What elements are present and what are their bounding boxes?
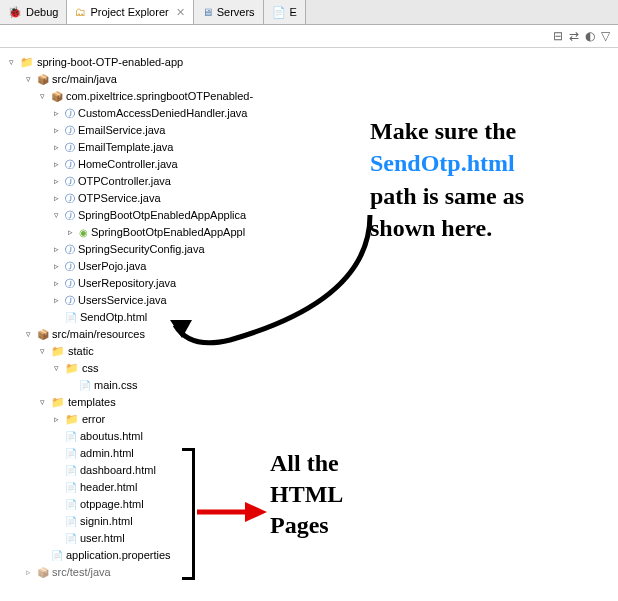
folder-icon: 📁 xyxy=(65,411,79,428)
java-class[interactable]: ▹◉SpringBootOtpEnabledAppAppl xyxy=(6,224,618,241)
html-icon: 📄 xyxy=(65,428,77,445)
text: Pages xyxy=(270,510,343,541)
src-main-resources[interactable]: ▿📦src/main/resources xyxy=(6,326,618,343)
html-icon: 📄 xyxy=(65,530,77,547)
label: src/test/java xyxy=(52,564,111,581)
tab-bar: 🐞 Debug 🗂 Project Explorer ✕ 🖥 Servers 📄… xyxy=(0,0,618,25)
package-icon: 📦 xyxy=(51,88,63,105)
java-icon: Ⓙ xyxy=(65,139,75,156)
css-icon: 📄 xyxy=(79,377,91,394)
label: UserPojo.java xyxy=(78,258,146,275)
html-file[interactable]: 📄aboutus.html xyxy=(6,428,618,445)
label: signin.html xyxy=(80,513,133,530)
css-folder[interactable]: ▿📁css xyxy=(6,360,618,377)
close-icon[interactable]: ✕ xyxy=(176,6,185,19)
html-icon: 📄 xyxy=(65,309,77,326)
css-file[interactable]: 📄main.css xyxy=(6,377,618,394)
source-folder-icon: 📦 xyxy=(37,326,49,343)
link-editor-icon[interactable]: ⇄ xyxy=(569,29,579,43)
server-icon: 🖥 xyxy=(202,6,213,18)
error-folder[interactable]: ▹📁error xyxy=(6,411,618,428)
icon: 📄 xyxy=(272,6,286,19)
spring-class-icon: ◉ xyxy=(79,224,88,241)
folder-icon: 📁 xyxy=(51,343,65,360)
java-file[interactable]: ▹ⒿOTPController.java xyxy=(6,173,618,190)
java-file[interactable]: ▹ⒿSpringSecurityConfig.java xyxy=(6,241,618,258)
java-file[interactable]: ▹ⒿCustomAccessDeniedHandler.java xyxy=(6,105,618,122)
java-file[interactable]: ▹ⒿUserRepository.java xyxy=(6,275,618,292)
html-icon: 📄 xyxy=(65,462,77,479)
text: path is same as xyxy=(370,180,524,212)
text: Make sure the xyxy=(370,115,524,147)
label: OTPController.java xyxy=(78,173,171,190)
label: application.properties xyxy=(66,547,171,564)
java-icon: Ⓙ xyxy=(65,105,75,122)
src-main-java[interactable]: ▿📦src/main/java xyxy=(6,71,618,88)
source-folder-icon: 📦 xyxy=(37,71,49,88)
label: dashboard.html xyxy=(80,462,156,479)
folder-icon: 📁 xyxy=(65,360,79,377)
templates-folder[interactable]: ▿📁templates xyxy=(6,394,618,411)
label: SpringBootOtpEnabledAppAppl xyxy=(91,224,245,241)
label: otppage.html xyxy=(80,496,144,513)
tab-label: Debug xyxy=(26,6,58,18)
project-icon: 📁 xyxy=(20,54,34,71)
label: src/main/resources xyxy=(52,326,145,343)
properties-file[interactable]: 📄application.properties xyxy=(6,547,618,564)
label: css xyxy=(82,360,99,377)
label: templates xyxy=(68,394,116,411)
bracket-icon xyxy=(182,448,195,580)
bug-icon: 🐞 xyxy=(8,6,22,19)
highlight-text: SendOtp.html xyxy=(370,147,524,179)
java-file[interactable]: ▹ⒿUserPojo.java xyxy=(6,258,618,275)
label: CustomAccessDeniedHandler.java xyxy=(78,105,247,122)
java-file[interactable]: ▹ⒿUsersService.java xyxy=(6,292,618,309)
label: header.html xyxy=(80,479,137,496)
label: src/main/java xyxy=(52,71,117,88)
java-file[interactable]: ▹ⒿOTPService.java xyxy=(6,190,618,207)
label: aboutus.html xyxy=(80,428,143,445)
view-toolbar: ⊟ ⇄ ◐ ▽ xyxy=(0,25,618,48)
src-test-java[interactable]: ▹📦src/test/java xyxy=(6,564,618,581)
tab-servers[interactable]: 🖥 Servers xyxy=(194,0,264,24)
label: UsersService.java xyxy=(78,292,167,309)
annotation-html-pages: All the HTML Pages xyxy=(270,448,343,542)
tab-partial[interactable]: 📄 E xyxy=(264,0,306,24)
java-file[interactable]: ▹ⒿEmailTemplate.java xyxy=(6,139,618,156)
java-icon: Ⓙ xyxy=(65,258,75,275)
java-file[interactable]: ▹ⒿHomeController.java xyxy=(6,156,618,173)
label: HomeController.java xyxy=(78,156,178,173)
package[interactable]: ▿📦com.pixeltrice.springbootOTPenabled- xyxy=(6,88,618,105)
label: SendOtp.html xyxy=(80,309,147,326)
collapse-all-icon[interactable]: ⊟ xyxy=(553,29,563,43)
tab-debug[interactable]: 🐞 Debug xyxy=(0,0,67,24)
tab-label: E xyxy=(290,6,297,18)
java-file[interactable]: ▹ⒿEmailService.java xyxy=(6,122,618,139)
label: user.html xyxy=(80,530,125,547)
view-menu-icon[interactable]: ▽ xyxy=(601,29,610,43)
text: shown here. xyxy=(370,212,524,244)
java-icon: Ⓙ xyxy=(65,173,75,190)
java-icon: Ⓙ xyxy=(65,207,75,224)
label: UserRepository.java xyxy=(78,275,176,292)
static-folder[interactable]: ▿📁static xyxy=(6,343,618,360)
label: admin.html xyxy=(80,445,134,462)
label: SpringBootOtpEnabledAppApplica xyxy=(78,207,246,224)
label: static xyxy=(68,343,94,360)
label: SpringSecurityConfig.java xyxy=(78,241,205,258)
html-icon: 📄 xyxy=(65,496,77,513)
sendotp-html[interactable]: 📄SendOtp.html xyxy=(6,309,618,326)
java-file[interactable]: ▿ⒿSpringBootOtpEnabledAppApplica xyxy=(6,207,618,224)
java-icon: Ⓙ xyxy=(65,292,75,309)
label: EmailTemplate.java xyxy=(78,139,173,156)
focus-icon[interactable]: ◐ xyxy=(585,29,595,43)
label: com.pixeltrice.springbootOTPenabled- xyxy=(66,88,253,105)
project-root[interactable]: ▿📁spring-boot-OTP-enabled-app xyxy=(6,54,618,71)
tab-label: Servers xyxy=(217,6,255,18)
tab-project-explorer[interactable]: 🗂 Project Explorer ✕ xyxy=(67,0,193,24)
html-icon: 📄 xyxy=(65,479,77,496)
folder-icon: 📁 xyxy=(51,394,65,411)
text: HTML xyxy=(270,479,343,510)
java-icon: Ⓙ xyxy=(65,156,75,173)
java-icon: Ⓙ xyxy=(65,190,75,207)
